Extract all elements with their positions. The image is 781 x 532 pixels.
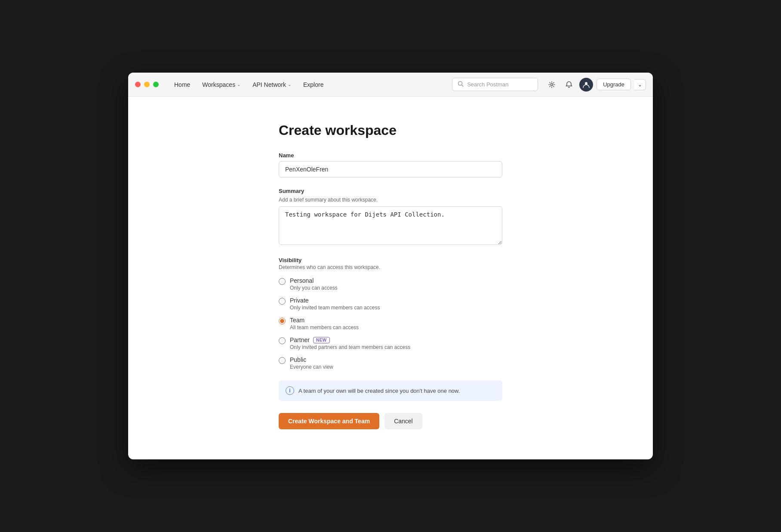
summary-label: Summary (279, 188, 502, 194)
user-icon (582, 81, 590, 89)
radio-desc-public: Everyone can view (290, 364, 333, 370)
nav-item-workspaces[interactable]: Workspaces ⌄ (197, 79, 246, 91)
chevron-down-icon: ⌄ (237, 82, 240, 87)
create-workspace-button[interactable]: Create Workspace and Team (279, 413, 379, 429)
nav-right: Upgrade ⌄ (545, 78, 646, 92)
avatar[interactable] (579, 78, 593, 92)
close-button[interactable] (135, 82, 141, 87)
summary-sublabel: Add a brief summary about this workspace… (279, 197, 502, 203)
radio-public[interactable] (279, 357, 286, 364)
search-bar[interactable]: Search Postman (452, 78, 538, 91)
new-badge: NEW (313, 337, 330, 343)
radio-option-team[interactable]: Team All team members can access (279, 317, 502, 330)
bell-icon (566, 81, 572, 88)
radio-label-personal: Personal (290, 277, 338, 284)
visibility-subtitle: Determines who can access this workspace… (279, 264, 502, 270)
radio-desc-partner: Only invited partners and team members c… (290, 344, 410, 350)
maximize-button[interactable] (153, 82, 159, 87)
visibility-section: Visibility Determines who can access thi… (279, 257, 502, 370)
titlebar: Home Workspaces ⌄ API Network ⌄ Explore … (128, 73, 653, 97)
radio-label-private: Private (290, 297, 380, 304)
settings-button[interactable] (545, 78, 559, 92)
search-icon (458, 81, 464, 88)
create-workspace-form: Create workspace Name Summary Add a brie… (279, 122, 502, 429)
svg-point-2 (551, 83, 553, 86)
radio-label-partner: Partner NEW (290, 336, 410, 343)
name-input[interactable] (279, 161, 502, 177)
name-field-group: Name (279, 152, 502, 177)
radio-label-team: Team (290, 317, 359, 324)
nav-item-explore[interactable]: Explore (298, 79, 329, 91)
chevron-down-icon: ⌄ (288, 82, 291, 87)
radio-desc-team: All team members can access (290, 324, 359, 330)
radio-desc-personal: Only you can access (290, 285, 338, 291)
radio-partner[interactable] (279, 337, 286, 344)
radio-private[interactable] (279, 298, 286, 305)
page-title: Create workspace (279, 122, 502, 138)
search-placeholder: Search Postman (467, 81, 508, 88)
main-content: Create workspace Name Summary Add a brie… (128, 97, 653, 455)
summary-field-group: Summary Add a brief summary about this w… (279, 188, 502, 247)
upgrade-dropdown-button[interactable]: ⌄ (634, 79, 646, 90)
action-buttons: Create Workspace and Team Cancel (279, 413, 502, 429)
notifications-button[interactable] (562, 78, 576, 92)
radio-team[interactable] (279, 318, 286, 324)
nav-item-api-network[interactable]: API Network ⌄ (247, 79, 296, 91)
upgrade-button[interactable]: Upgrade (597, 79, 631, 90)
info-text: A team of your own will be created since… (298, 388, 460, 394)
radio-personal[interactable] (279, 278, 286, 285)
nav-items: Home Workspaces ⌄ API Network ⌄ Explore (169, 79, 452, 91)
cancel-button[interactable]: Cancel (384, 413, 422, 429)
summary-textarea[interactable]: Testing workspace for Dijets API Collect… (279, 206, 502, 245)
radio-option-public[interactable]: Public Everyone can view (279, 356, 502, 370)
info-banner: i A team of your own will be created sin… (279, 380, 502, 401)
app-window: Home Workspaces ⌄ API Network ⌄ Explore … (128, 73, 653, 459)
radio-desc-private: Only invited team members can access (290, 305, 380, 311)
radio-option-personal[interactable]: Personal Only you can access (279, 277, 502, 291)
radio-label-public: Public (290, 356, 333, 363)
minimize-button[interactable] (144, 82, 150, 87)
gear-icon (548, 81, 555, 88)
name-label: Name (279, 152, 502, 159)
svg-point-3 (585, 82, 587, 85)
traffic-lights (135, 82, 159, 87)
visibility-title: Visibility (279, 257, 502, 263)
info-icon: i (286, 386, 294, 395)
svg-line-1 (462, 85, 464, 87)
radio-option-private[interactable]: Private Only invited team members can ac… (279, 297, 502, 311)
nav-item-home[interactable]: Home (169, 79, 195, 91)
radio-option-partner[interactable]: Partner NEW Only invited partners and te… (279, 336, 502, 350)
